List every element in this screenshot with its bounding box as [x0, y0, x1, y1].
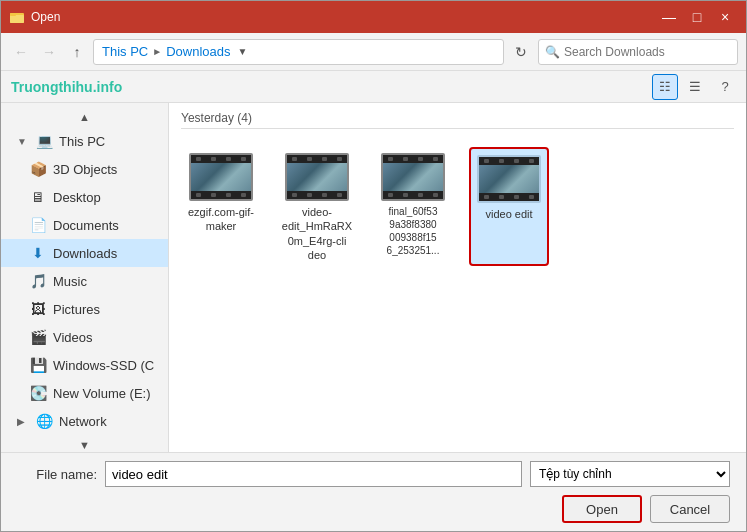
breadcrumb-part-thispc[interactable]: This PC: [102, 44, 148, 59]
breadcrumb-part-downloads[interactable]: Downloads: [166, 44, 230, 59]
bottom-buttons: Open Cancel: [17, 495, 730, 523]
music-icon: 🎵: [29, 273, 47, 289]
back-button[interactable]: ←: [9, 40, 33, 64]
file-thumbnail-3: [381, 153, 445, 201]
downloads-icon: ⬇: [29, 245, 47, 261]
file-name-4: video edit: [485, 207, 532, 221]
sidebar-item-music[interactable]: 🎵 Music: [1, 267, 168, 295]
sidebar-label-volume: New Volume (E:): [53, 386, 151, 401]
sidebar-label-this-pc: This PC: [59, 134, 105, 149]
content-area: ▲ ▼ 💻 This PC 📦 3D Objects 🖥 Desktop 📄 D…: [1, 103, 746, 452]
file-area: Yesterday (4) ezgif.com-gif-maker: [169, 103, 746, 452]
videos-icon: 🎬: [29, 329, 47, 345]
expand-arrow-net: ▶: [17, 416, 29, 427]
sidebar-item-windows-ssd[interactable]: 💾 Windows-SSD (C: [1, 351, 168, 379]
svg-rect-2: [10, 13, 16, 16]
file-item-3[interactable]: final_60f539a38f8380009388f156_253251...: [373, 147, 453, 266]
sidebar-item-network[interactable]: ▶ 🌐 Network: [1, 407, 168, 435]
windows-ssd-icon: 💾: [29, 357, 47, 373]
svg-rect-1: [10, 15, 24, 23]
file-item-4[interactable]: video edit: [469, 147, 549, 266]
search-icon: 🔍: [545, 45, 560, 59]
file-grid: ezgif.com-gif-maker video-edit_HmRaRX0m_…: [181, 139, 734, 274]
file-name-row: File name: Tệp tùy chỉnh: [17, 461, 730, 487]
toolbar2: Truongthihu.info ☷ ☰ ?: [1, 71, 746, 103]
this-pc-icon: 💻: [35, 133, 53, 149]
sidebar-item-pictures[interactable]: 🖼 Pictures: [1, 295, 168, 323]
toolbar: ← → ↑ This PC ► Downloads ▼ ↻ 🔍: [1, 33, 746, 71]
title-bar-controls: — □ ×: [656, 4, 738, 30]
new-volume-icon: 💽: [29, 385, 47, 401]
search-bar: 🔍: [538, 39, 738, 65]
sidebar-item-downloads[interactable]: ⬇ Downloads: [1, 239, 168, 267]
documents-icon: 📄: [29, 217, 47, 233]
file-name-3: final_60f539a38f8380009388f156_253251...: [387, 205, 440, 257]
network-icon: 🌐: [35, 413, 53, 429]
open-dialog: Open — □ × ← → ↑ This PC ► Downloads ▼ ↻…: [0, 0, 747, 532]
desktop-icon: 🖥: [29, 189, 47, 205]
expand-arrow: ▼: [17, 136, 29, 147]
forward-button[interactable]: →: [37, 40, 61, 64]
breadcrumb-bar: This PC ► Downloads ▼: [93, 39, 504, 65]
file-name-1: ezgif.com-gif-maker: [185, 205, 257, 234]
file-name-input[interactable]: [105, 461, 522, 487]
sidebar-label-network: Network: [59, 414, 107, 429]
refresh-button[interactable]: ↻: [508, 39, 534, 65]
minimize-button[interactable]: —: [656, 4, 682, 30]
sidebar-label-music: Music: [53, 274, 87, 289]
file-thumbnail-4: [477, 155, 541, 203]
sidebar-item-videos[interactable]: 🎬 Videos: [1, 323, 168, 351]
sidebar-item-documents[interactable]: 📄 Documents: [1, 211, 168, 239]
sidebar-label-downloads: Downloads: [53, 246, 117, 261]
title-bar: Open — □ ×: [1, 1, 746, 33]
sidebar-label-desktop: Desktop: [53, 190, 101, 205]
sidebar-label-3d: 3D Objects: [53, 162, 117, 177]
cancel-button[interactable]: Cancel: [650, 495, 730, 523]
file-item-2[interactable]: video-edit_HmRaRX0m_E4rg-cli deo: [277, 147, 357, 266]
sidebar-label-pictures: Pictures: [53, 302, 100, 317]
sidebar-item-new-volume[interactable]: 💽 New Volume (E:): [1, 379, 168, 407]
sidebar: ▲ ▼ 💻 This PC 📦 3D Objects 🖥 Desktop 📄 D…: [1, 103, 169, 452]
sidebar-item-this-pc[interactable]: ▼ 💻 This PC: [1, 127, 168, 155]
maximize-button[interactable]: □: [684, 4, 710, 30]
file-name-2: video-edit_HmRaRX0m_E4rg-cli deo: [281, 205, 353, 262]
sidebar-scroll-up[interactable]: ▲: [1, 107, 168, 127]
file-name-label: File name:: [17, 467, 97, 482]
search-input[interactable]: [564, 45, 731, 59]
pictures-icon: 🖼: [29, 301, 47, 317]
dialog-icon: [9, 9, 25, 25]
file-item-1[interactable]: ezgif.com-gif-maker: [181, 147, 261, 266]
sidebar-label-docs: Documents: [53, 218, 119, 233]
view-list-btn[interactable]: ☰: [682, 74, 708, 100]
file-thumbnail-2: [285, 153, 349, 201]
group-header-yesterday: Yesterday (4): [181, 111, 734, 129]
bottom-section: File name: Tệp tùy chỉnh Open Cancel: [1, 452, 746, 531]
file-type-select[interactable]: Tệp tùy chỉnh: [530, 461, 730, 487]
sidebar-item-desktop[interactable]: 🖥 Desktop: [1, 183, 168, 211]
view-icon-btn[interactable]: ☷: [652, 74, 678, 100]
open-button[interactable]: Open: [562, 495, 642, 523]
help-btn[interactable]: ?: [712, 74, 738, 100]
breadcrumb-sep1: ►: [152, 46, 162, 57]
up-button[interactable]: ↑: [65, 40, 89, 64]
sidebar-label-videos: Videos: [53, 330, 93, 345]
dialog-title: Open: [31, 10, 656, 24]
sidebar-scroll-down[interactable]: ▼: [1, 435, 168, 452]
file-thumbnail-1: [189, 153, 253, 201]
watermark-text: Truongthihu.info: [11, 79, 122, 95]
sidebar-label-ssd: Windows-SSD (C: [53, 358, 154, 373]
3d-objects-icon: 📦: [29, 161, 47, 177]
breadcrumb-dropdown[interactable]: ▼: [234, 39, 250, 65]
close-button[interactable]: ×: [712, 4, 738, 30]
sidebar-item-3d-objects[interactable]: 📦 3D Objects: [1, 155, 168, 183]
